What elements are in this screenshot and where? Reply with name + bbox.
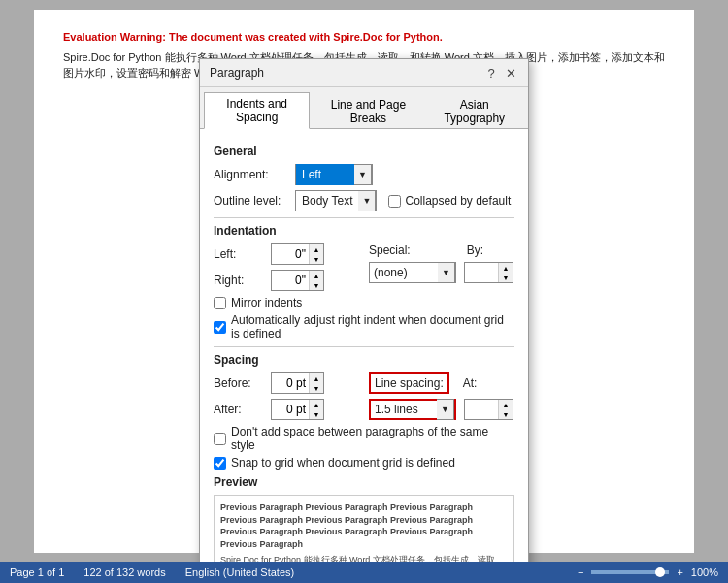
- spacing-right-col: Line spacing: At: 1.5 lines ▼ ▲ ▼: [369, 372, 514, 425]
- auto-adjust-row: Automatically adjust right indent when d…: [214, 313, 514, 340]
- alignment-dropdown-arrow[interactable]: ▼: [354, 164, 372, 185]
- at-up[interactable]: ▲: [499, 400, 513, 409]
- special-label: Special:: [369, 243, 411, 257]
- special-value-row: (none) ▼ ▲ ▼: [369, 262, 514, 283]
- before-spinbox: ▲ ▼: [271, 372, 324, 394]
- indent-right-input[interactable]: [272, 271, 309, 290]
- spacing-left-col: Before: ▲ ▼ After:: [214, 372, 359, 425]
- collapsed-label: Collapsed by default: [405, 194, 511, 208]
- dialog-overlay: Paragraph ? ✕ Indents and Spacing Line a…: [0, 0, 728, 562]
- dialog-help-button[interactable]: ?: [483, 65, 499, 81]
- at-down[interactable]: ▼: [499, 409, 513, 419]
- before-input[interactable]: [272, 373, 309, 393]
- indent-left-up[interactable]: ▲: [310, 244, 323, 254]
- indent-right-up[interactable]: ▲: [310, 271, 323, 280]
- at-input[interactable]: [465, 400, 498, 419]
- zoom-slider[interactable]: [591, 570, 669, 574]
- spacing-section-label: Spacing: [214, 353, 514, 367]
- paragraph-dialog: Paragraph ? ✕ Indents and Spacing Line a…: [199, 58, 529, 583]
- special-dropdown-arrow[interactable]: ▼: [438, 262, 455, 283]
- alignment-row: Alignment: Left ▼: [214, 164, 514, 185]
- after-spinbox: ▲ ▼: [271, 399, 324, 420]
- preview-text-bold: Previous Paragraph Previous Paragraph Pr…: [220, 502, 508, 550]
- snap-to-grid-checkbox[interactable]: [214, 457, 226, 470]
- minus-icon[interactable]: −: [578, 567, 583, 578]
- by-input[interactable]: [465, 263, 498, 282]
- zoom-thumb: [655, 567, 665, 577]
- word-count: 122 of 132 words: [83, 567, 165, 578]
- outline-value: Body Text: [296, 194, 358, 208]
- indent-left-spinbox: ▲ ▼: [271, 243, 324, 265]
- after-row: After: ▲ ▼: [214, 399, 359, 420]
- indent-right-label: Right:: [214, 274, 267, 287]
- by-label: By:: [467, 243, 483, 257]
- at-label: At:: [463, 376, 478, 390]
- mirror-indents-checkbox[interactable]: [214, 297, 226, 309]
- line-spacing-label-row: Line spacing: At:: [369, 372, 514, 394]
- indentation-left-col: Left: ▲ ▼ Right:: [214, 243, 359, 296]
- dialog-title: Paragraph: [210, 66, 264, 80]
- at-arrows: ▲ ▼: [498, 400, 513, 419]
- zoom-level: 100%: [691, 567, 718, 578]
- after-label: After:: [214, 403, 267, 416]
- dialog-content: General Alignment: Left ▼ Outline level:…: [200, 129, 528, 583]
- special-value: (none): [370, 266, 438, 279]
- tab-line-page-breaks[interactable]: Line and Page Breaks: [312, 92, 424, 129]
- before-row: Before: ▲ ▼: [214, 372, 359, 394]
- outline-label: Outline level:: [214, 194, 291, 208]
- tab-asian-typography[interactable]: Asian Typography: [427, 92, 522, 129]
- by-arrows: ▲ ▼: [498, 263, 513, 282]
- indent-left-arrows: ▲ ▼: [309, 244, 323, 264]
- line-spacing-value-row: 1.5 lines ▼ ▲ ▼: [369, 399, 514, 420]
- before-label: Before:: [214, 376, 267, 390]
- after-input[interactable]: [272, 400, 309, 419]
- after-up[interactable]: ▲: [310, 400, 323, 409]
- plus-icon[interactable]: +: [677, 567, 682, 578]
- outline-row: Outline level: Body Text ▼ Collapsed by …: [214, 190, 514, 211]
- indentation-right-col: Special: By: (none) ▼ ▲ ▼: [369, 243, 514, 296]
- indent-right-row: Right: ▲ ▼: [214, 270, 359, 291]
- preview-section-label: Preview: [214, 475, 514, 489]
- status-bar: Page 1 of 1 122 of 132 words English (Un…: [0, 562, 728, 583]
- indentation-fields: Left: ▲ ▼ Right:: [214, 243, 514, 296]
- indent-right-spinbox: ▲ ▼: [271, 270, 324, 291]
- dialog-titlebar: Paragraph ? ✕: [200, 59, 528, 87]
- page-info: Page 1 of 1: [10, 567, 64, 578]
- general-section-label: General: [214, 145, 514, 158]
- before-up[interactable]: ▲: [310, 373, 323, 383]
- before-down[interactable]: ▼: [310, 383, 323, 393]
- line-spacing-value: 1.5 lines: [371, 403, 437, 416]
- collapsed-checkbox[interactable]: [388, 195, 401, 208]
- indentation-section-label: Indentation: [214, 224, 514, 238]
- tab-indents-spacing[interactable]: Indents and Spacing: [204, 92, 310, 129]
- dont-add-space-label: Don't add space between paragraphs of th…: [231, 425, 514, 452]
- after-arrows: ▲ ▼: [309, 400, 323, 419]
- dialog-close-button[interactable]: ✕: [503, 65, 518, 81]
- by-down[interactable]: ▼: [499, 273, 513, 282]
- snap-to-grid-label: Snap to grid when document grid is defin…: [231, 456, 455, 470]
- auto-adjust-label: Automatically adjust right indent when d…: [231, 313, 514, 340]
- alignment-label: Alignment:: [214, 168, 291, 181]
- dont-add-space-checkbox[interactable]: [214, 433, 226, 445]
- auto-adjust-checkbox[interactable]: [214, 321, 226, 334]
- status-right: − + 100%: [578, 567, 718, 578]
- line-spacing-dropdown-arrow[interactable]: ▼: [437, 399, 454, 420]
- at-spinbox: ▲ ▼: [464, 399, 513, 420]
- outline-dropdown-arrow[interactable]: ▼: [358, 190, 376, 211]
- alignment-value: Left: [296, 164, 354, 185]
- indent-left-down[interactable]: ▼: [310, 254, 323, 264]
- line-spacing-label: Line spacing:: [369, 372, 449, 394]
- before-arrows: ▲ ▼: [309, 373, 323, 393]
- dialog-window-controls: ? ✕: [483, 65, 518, 81]
- by-up[interactable]: ▲: [499, 263, 513, 273]
- indent-right-down[interactable]: ▼: [310, 280, 323, 290]
- indent-left-row: Left: ▲ ▼: [214, 243, 359, 265]
- special-row: Special: By:: [369, 243, 514, 257]
- snap-to-grid-row: Snap to grid when document grid is defin…: [214, 456, 514, 470]
- language: English (United States): [185, 567, 295, 578]
- indent-left-input[interactable]: [272, 244, 309, 264]
- mirror-indents-row: Mirror indents: [214, 296, 514, 309]
- after-down[interactable]: ▼: [310, 409, 323, 419]
- indent-left-label: Left:: [214, 247, 267, 261]
- by-spinbox: ▲ ▼: [464, 262, 513, 283]
